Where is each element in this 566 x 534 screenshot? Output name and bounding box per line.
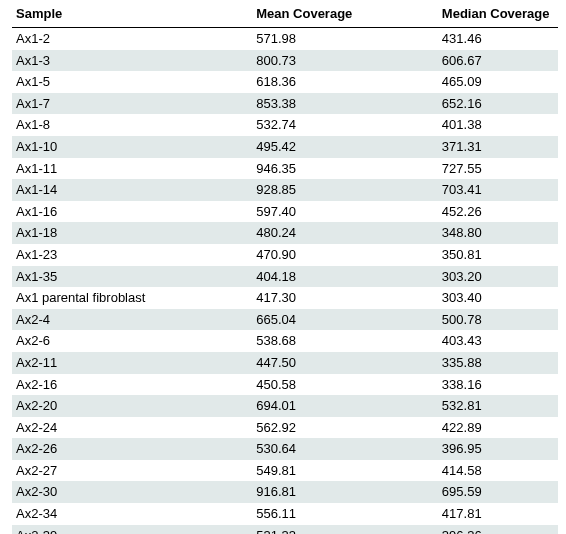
cell-median: 396.36: [438, 525, 558, 534]
cell-median: 532.81: [438, 395, 558, 417]
header-sample: Sample: [12, 0, 252, 28]
cell-median: 703.41: [438, 179, 558, 201]
table-row: Ax2-24562.92422.89: [12, 417, 558, 439]
coverage-table-container: Sample Mean Coverage Median Coverage Ax1…: [0, 0, 566, 534]
cell-sample: Ax1-2: [12, 28, 252, 50]
cell-median: 695.59: [438, 481, 558, 503]
cell-mean: 531.33: [252, 525, 438, 534]
cell-sample: Ax2-26: [12, 438, 252, 460]
cell-mean: 450.58: [252, 374, 438, 396]
table-header-row: Sample Mean Coverage Median Coverage: [12, 0, 558, 28]
cell-mean: 404.18: [252, 266, 438, 288]
table-row: Ax1-3800.73606.67: [12, 50, 558, 72]
table-row: Ax1-35404.18303.20: [12, 266, 558, 288]
cell-sample: Ax1-18: [12, 222, 252, 244]
cell-sample: Ax2-39: [12, 525, 252, 534]
cell-mean: 946.35: [252, 158, 438, 180]
cell-median: 652.16: [438, 93, 558, 115]
table-row: Ax2-39531.33396.36: [12, 525, 558, 534]
cell-sample: Ax1-7: [12, 93, 252, 115]
cell-sample: Ax1-16: [12, 201, 252, 223]
cell-sample: Ax1-11: [12, 158, 252, 180]
table-row: Ax2-27549.81414.58: [12, 460, 558, 482]
table-row: Ax1 parental fibroblast417.30303.40: [12, 287, 558, 309]
cell-sample: Ax1-10: [12, 136, 252, 158]
table-row: Ax1-23470.90350.81: [12, 244, 558, 266]
cell-sample: Ax2-34: [12, 503, 252, 525]
cell-median: 401.38: [438, 114, 558, 136]
cell-sample: Ax2-4: [12, 309, 252, 331]
table-row: Ax2-20694.01532.81: [12, 395, 558, 417]
cell-median: 396.95: [438, 438, 558, 460]
cell-mean: 417.30: [252, 287, 438, 309]
cell-median: 338.16: [438, 374, 558, 396]
cell-sample: Ax2-16: [12, 374, 252, 396]
cell-sample: Ax2-11: [12, 352, 252, 374]
cell-mean: 549.81: [252, 460, 438, 482]
cell-mean: 665.04: [252, 309, 438, 331]
cell-sample: Ax1-23: [12, 244, 252, 266]
table-row: Ax1-11946.35727.55: [12, 158, 558, 180]
cell-mean: 530.64: [252, 438, 438, 460]
cell-mean: 597.40: [252, 201, 438, 223]
cell-mean: 694.01: [252, 395, 438, 417]
cell-sample: Ax2-27: [12, 460, 252, 482]
cell-mean: 928.85: [252, 179, 438, 201]
cell-median: 350.81: [438, 244, 558, 266]
cell-median: 335.88: [438, 352, 558, 374]
cell-mean: 562.92: [252, 417, 438, 439]
cell-mean: 800.73: [252, 50, 438, 72]
table-row: Ax1-5618.36465.09: [12, 71, 558, 93]
cell-median: 371.31: [438, 136, 558, 158]
cell-sample: Ax2-30: [12, 481, 252, 503]
cell-median: 500.78: [438, 309, 558, 331]
header-mean: Mean Coverage: [252, 0, 438, 28]
header-median: Median Coverage: [438, 0, 558, 28]
table-row: Ax1-8532.74401.38: [12, 114, 558, 136]
cell-mean: 447.50: [252, 352, 438, 374]
cell-median: 727.55: [438, 158, 558, 180]
table-row: Ax2-26530.64396.95: [12, 438, 558, 460]
table-row: Ax2-34556.11417.81: [12, 503, 558, 525]
cell-sample: Ax1-3: [12, 50, 252, 72]
table-row: Ax2-16450.58338.16: [12, 374, 558, 396]
cell-mean: 532.74: [252, 114, 438, 136]
table-row: Ax2-30916.81695.59: [12, 481, 558, 503]
cell-median: 606.67: [438, 50, 558, 72]
cell-sample: Ax1-35: [12, 266, 252, 288]
cell-sample: Ax1 parental fibroblast: [12, 287, 252, 309]
coverage-table: Sample Mean Coverage Median Coverage Ax1…: [12, 0, 558, 534]
cell-median: 348.80: [438, 222, 558, 244]
cell-mean: 538.68: [252, 330, 438, 352]
cell-mean: 916.81: [252, 481, 438, 503]
table-row: Ax2-11447.50335.88: [12, 352, 558, 374]
table-row: Ax2-6538.68403.43: [12, 330, 558, 352]
cell-sample: Ax1-14: [12, 179, 252, 201]
cell-median: 431.46: [438, 28, 558, 50]
cell-mean: 853.38: [252, 93, 438, 115]
cell-mean: 495.42: [252, 136, 438, 158]
table-row: Ax1-16597.40452.26: [12, 201, 558, 223]
cell-mean: 618.36: [252, 71, 438, 93]
table-row: Ax1-14928.85703.41: [12, 179, 558, 201]
cell-mean: 480.24: [252, 222, 438, 244]
cell-median: 403.43: [438, 330, 558, 352]
cell-sample: Ax2-20: [12, 395, 252, 417]
cell-mean: 556.11: [252, 503, 438, 525]
cell-median: 452.26: [438, 201, 558, 223]
cell-median: 465.09: [438, 71, 558, 93]
cell-median: 414.58: [438, 460, 558, 482]
cell-sample: Ax2-6: [12, 330, 252, 352]
cell-mean: 571.98: [252, 28, 438, 50]
cell-median: 303.40: [438, 287, 558, 309]
cell-mean: 470.90: [252, 244, 438, 266]
table-row: Ax2-4665.04500.78: [12, 309, 558, 331]
cell-median: 417.81: [438, 503, 558, 525]
cell-sample: Ax2-24: [12, 417, 252, 439]
cell-median: 422.89: [438, 417, 558, 439]
cell-sample: Ax1-5: [12, 71, 252, 93]
table-row: Ax1-2571.98431.46: [12, 28, 558, 50]
table-row: Ax1-10495.42371.31: [12, 136, 558, 158]
cell-median: 303.20: [438, 266, 558, 288]
table-row: Ax1-7853.38652.16: [12, 93, 558, 115]
